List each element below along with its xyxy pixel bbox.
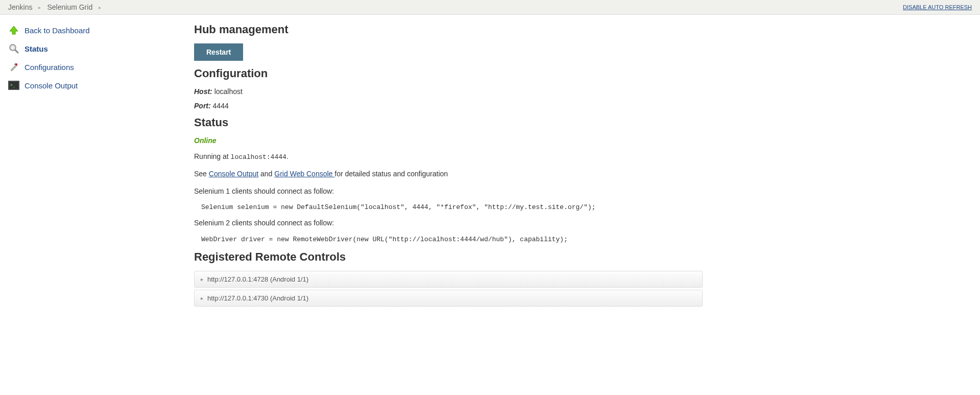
remote-control-label: http://127.0.0.1:4730 (Android 1/1)	[207, 294, 308, 302]
configuration-title: Configuration	[194, 67, 703, 80]
sidebar-item-label: Status	[25, 44, 48, 53]
port-label: Port:	[194, 102, 211, 110]
search-icon	[8, 43, 19, 54]
running-prefix: Running at	[194, 152, 231, 160]
host-label: Host:	[194, 87, 212, 96]
grid-web-console-link[interactable]: Grid Web Console	[274, 170, 334, 178]
sidebar-item-console-output[interactable]: >_ Console Output	[8, 76, 194, 95]
hub-management-title: Hub management	[194, 23, 703, 36]
running-suffix: .	[286, 152, 289, 160]
sidebar-item-label: Console Output	[25, 81, 78, 90]
remote-control-item[interactable]: ▸ http://127.0.0.1:4730 (Android 1/1)	[194, 290, 703, 307]
console-output-link[interactable]: Console Output	[209, 170, 258, 178]
main-content: Hub management Restart Configuration Hos…	[194, 15, 715, 321]
console-icon: >_	[8, 80, 19, 91]
running-address: localhost:4444	[231, 153, 286, 161]
svg-line-2	[15, 50, 18, 53]
svg-text:>_: >_	[10, 83, 15, 87]
chevron-right-icon: ▸	[201, 295, 203, 301]
sel1-client-text: Selenium 1 clients should connect as fol…	[194, 187, 703, 197]
running-at-text: Running at localhost:4444.	[194, 152, 703, 162]
see-prefix: See	[194, 170, 209, 178]
sidebar-item-label: Back to Dashboard	[25, 26, 90, 35]
restart-button[interactable]: Restart	[194, 43, 243, 61]
svg-point-1	[11, 46, 15, 50]
chevron-right-icon: ▸	[99, 5, 101, 10]
breadcrumb-selenium-grid[interactable]: Selenium Grid	[47, 3, 92, 11]
sel1-code-block: Selenium selenium = new DefaultSelenium(…	[201, 203, 703, 211]
registered-remote-controls-title: Registered Remote Controls	[194, 250, 703, 264]
status-title: Status	[194, 116, 703, 129]
config-port: Port: 4444	[194, 102, 703, 110]
remote-control-label: http://127.0.0.1:4728 (Android 1/1)	[207, 275, 308, 283]
sel2-code-block: WebDriver driver = new RemoteWebDriver(n…	[201, 236, 703, 243]
sidebar: Back to Dashboard Status Configurations …	[0, 15, 194, 321]
tools-icon	[8, 61, 19, 73]
port-value: 4444	[213, 102, 229, 110]
breadcrumb: Jenkins ▸ Selenium Grid ▸	[8, 3, 101, 11]
sel2-client-text: Selenium 2 clients should connect as fol…	[194, 218, 703, 228]
see-and: and	[258, 170, 274, 178]
disable-auto-refresh-link[interactable]: DISABLE AUTO REFRESH	[903, 4, 972, 10]
breadcrumb-jenkins[interactable]: Jenkins	[8, 3, 32, 11]
see-links-text: See Console Output and Grid Web Console …	[194, 169, 703, 179]
sidebar-item-back-to-dashboard[interactable]: Back to Dashboard	[8, 21, 194, 39]
breadcrumb-bar: Jenkins ▸ Selenium Grid ▸ DISABLE AUTO R…	[0, 0, 980, 15]
chevron-right-icon: ▸	[201, 276, 203, 282]
sidebar-item-status[interactable]: Status	[8, 39, 194, 58]
status-value: Online	[194, 136, 703, 145]
svg-point-3	[15, 63, 17, 65]
see-suffix: for detailed status and configuration	[334, 170, 448, 178]
chevron-right-icon: ▸	[38, 5, 41, 10]
host-value: localhost	[214, 87, 243, 96]
sidebar-item-label: Configurations	[25, 63, 74, 72]
sidebar-item-configurations[interactable]: Configurations	[8, 58, 194, 76]
up-arrow-icon	[8, 25, 19, 36]
config-host: Host: localhost	[194, 87, 703, 96]
remote-controls-list: ▸ http://127.0.0.1:4728 (Android 1/1) ▸ …	[194, 271, 703, 307]
remote-control-item[interactable]: ▸ http://127.0.0.1:4728 (Android 1/1)	[194, 271, 703, 288]
